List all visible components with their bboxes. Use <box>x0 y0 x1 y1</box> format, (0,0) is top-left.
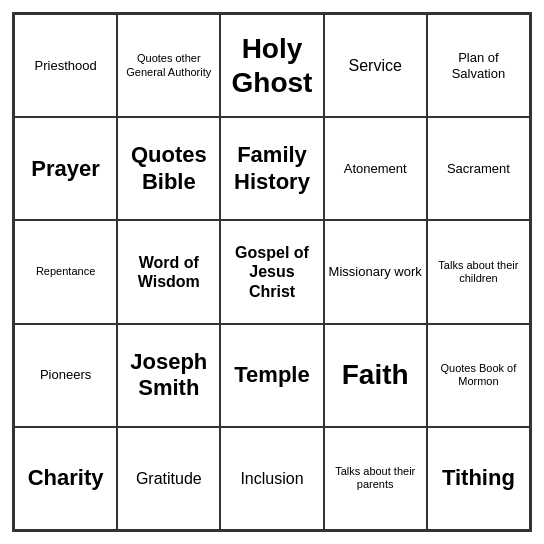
cell-text-7: Family History <box>225 142 318 195</box>
bingo-cell-5: Prayer <box>14 117 117 220</box>
cell-text-8: Atonement <box>329 161 422 177</box>
cell-text-23: Talks about their parents <box>329 465 422 491</box>
cell-text-2: Holy Ghost <box>225 32 318 99</box>
bingo-cell-3: Service <box>324 14 427 117</box>
cell-text-16: Joseph Smith <box>122 349 215 402</box>
cell-text-5: Prayer <box>19 156 112 182</box>
cell-text-18: Faith <box>329 358 422 392</box>
bingo-cell-4: Plan of Salvation <box>427 14 530 117</box>
bingo-cell-9: Sacrament <box>427 117 530 220</box>
bingo-cell-20: Charity <box>14 427 117 530</box>
bingo-cell-16: Joseph Smith <box>117 324 220 427</box>
cell-text-19: Quotes Book of Mormon <box>432 362 525 388</box>
bingo-card: PriesthoodQuotes other General Authority… <box>12 12 532 532</box>
bingo-cell-15: Pioneers <box>14 324 117 427</box>
bingo-cell-2: Holy Ghost <box>220 14 323 117</box>
bingo-cell-21: Gratitude <box>117 427 220 530</box>
cell-text-13: Missionary work <box>329 264 422 280</box>
cell-text-10: Repentance <box>19 265 112 278</box>
bingo-cell-22: Inclusion <box>220 427 323 530</box>
cell-text-0: Priesthood <box>19 58 112 74</box>
cell-text-4: Plan of Salvation <box>432 50 525 81</box>
cell-text-24: Tithing <box>432 465 525 491</box>
bingo-cell-0: Priesthood <box>14 14 117 117</box>
bingo-cell-10: Repentance <box>14 220 117 323</box>
bingo-cell-24: Tithing <box>427 427 530 530</box>
bingo-cell-23: Talks about their parents <box>324 427 427 530</box>
cell-text-20: Charity <box>19 465 112 491</box>
cell-text-21: Gratitude <box>122 469 215 488</box>
cell-text-22: Inclusion <box>225 469 318 488</box>
bingo-cell-19: Quotes Book of Mormon <box>427 324 530 427</box>
bingo-cell-6: Quotes Bible <box>117 117 220 220</box>
bingo-cell-12: Gospel of Jesus Christ <box>220 220 323 323</box>
bingo-cell-14: Talks about their children <box>427 220 530 323</box>
cell-text-14: Talks about their children <box>432 259 525 285</box>
bingo-cell-8: Atonement <box>324 117 427 220</box>
cell-text-17: Temple <box>225 362 318 388</box>
cell-text-11: Word of Wisdom <box>122 253 215 291</box>
cell-text-3: Service <box>329 56 422 75</box>
bingo-cell-1: Quotes other General Authority <box>117 14 220 117</box>
bingo-cell-18: Faith <box>324 324 427 427</box>
cell-text-9: Sacrament <box>432 161 525 177</box>
bingo-cell-13: Missionary work <box>324 220 427 323</box>
cell-text-6: Quotes Bible <box>122 142 215 195</box>
bingo-cell-11: Word of Wisdom <box>117 220 220 323</box>
cell-text-1: Quotes other General Authority <box>122 52 215 78</box>
cell-text-12: Gospel of Jesus Christ <box>225 243 318 301</box>
bingo-cell-17: Temple <box>220 324 323 427</box>
cell-text-15: Pioneers <box>19 367 112 383</box>
bingo-cell-7: Family History <box>220 117 323 220</box>
